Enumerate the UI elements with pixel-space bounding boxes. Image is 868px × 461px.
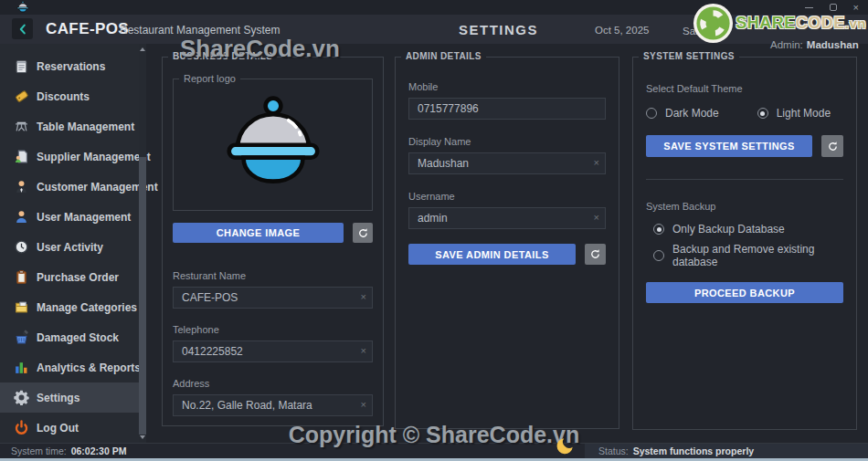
page-title: SETTINGS: [459, 22, 538, 37]
username-label: Username: [408, 191, 606, 202]
app-cloche-icon: [16, 1, 29, 16]
clear-input-icon[interactable]: ×: [594, 212, 599, 223]
watermark-top: ShareCode.vn: [180, 35, 340, 63]
sidebar-item-label: Reservations: [37, 60, 105, 73]
mobile-input[interactable]: [408, 98, 606, 120]
sidebar-scrollbar[interactable]: [139, 44, 146, 443]
change-image-button[interactable]: CHANGE IMAGE: [173, 223, 344, 243]
username-input[interactable]: [408, 207, 606, 229]
save-system-settings-button[interactable]: SAVE SYSTEM SETTINGS: [646, 135, 812, 157]
admin-details-title: ADMIN DETAILS: [401, 51, 486, 61]
report-logo-label: Report logo: [179, 73, 240, 84]
analytics-bars-icon: [14, 360, 29, 375]
sidebar-item-analytics-reports[interactable]: Analytics & Reports: [0, 352, 146, 382]
user-icon: [14, 209, 29, 225]
mobile-label: Mobile: [408, 81, 606, 92]
system-settings-panel: SYSTEM SETTINGS Select Default Theme Dar…: [632, 57, 857, 430]
clear-input-icon[interactable]: ×: [361, 291, 366, 302]
scroll-up-icon[interactable]: [140, 47, 145, 51]
clear-input-icon[interactable]: ×: [594, 157, 599, 168]
scrollbar-thumb[interactable]: [139, 157, 146, 435]
refresh-business-button[interactable]: [353, 223, 373, 243]
sidebar-item-label: User Management: [37, 211, 131, 224]
radio-dark-mode[interactable]: Dark Mode: [646, 107, 719, 120]
telephone-label: Telephone: [173, 324, 373, 335]
supplier-icon: [14, 149, 29, 164]
sidebar-item-reservations[interactable]: Reservations: [0, 51, 146, 81]
logo-code-text: CODE: [796, 14, 845, 32]
sidebar-item-label: Discounts: [37, 90, 90, 103]
radio-light-mode[interactable]: Light Mode: [757, 107, 831, 120]
address-input[interactable]: [173, 394, 373, 416]
clock-icon: [14, 239, 29, 255]
chevron-left-icon: [16, 23, 29, 36]
sidebar-item-label: Analytics & Reports: [37, 361, 141, 374]
display-name-label: Display Name: [408, 136, 606, 147]
sharecode-swirl-icon: [693, 3, 734, 44]
watermark-bottom: Copyright © ShareCode.vn: [0, 422, 868, 448]
section-divider: [646, 179, 843, 180]
sidebar-item-damaged-stock[interactable]: Damaged Stock: [0, 322, 146, 352]
refresh-icon: [357, 227, 369, 239]
address-label: Address: [173, 378, 373, 389]
system-settings-title: SYSTEM SETTINGS: [639, 51, 739, 61]
sidebar-item-manage-categories[interactable]: Manage Categories: [0, 292, 146, 322]
radio-only-backup-database[interactable]: Only Backup Database: [653, 223, 836, 236]
sidebar-item-table-management[interactable]: Table Management: [0, 111, 146, 141]
sidebar-item-label: Damaged Stock: [37, 331, 119, 344]
sidebar-item-supplier-management[interactable]: Supplier Management: [0, 141, 146, 172]
app-name: CAFE-POS: [46, 20, 129, 38]
business-details-panel: BUSSINESS DETAILS Report logo CHANGE IMA…: [162, 57, 384, 426]
sidebar-item-label: Table Management: [37, 120, 134, 133]
admin-details-panel: ADMIN DETAILS Mobile Display Name × User…: [395, 57, 619, 429]
radio-backup-and-remove[interactable]: Backup and Remove existing database: [653, 243, 836, 268]
categories-folder-icon: [14, 299, 29, 315]
refresh-admin-button[interactable]: [585, 244, 606, 265]
sidebar-item-discounts[interactable]: Discounts: [0, 81, 146, 111]
refresh-system-button[interactable]: [821, 135, 843, 157]
radio-circle-icon: [653, 224, 664, 235]
sidebar-item-customer-management[interactable]: Customer Management: [0, 172, 146, 202]
header-date: Oct 5, 2025: [595, 25, 649, 36]
radio-label: Light Mode: [777, 107, 831, 120]
back-button[interactable]: [12, 18, 33, 39]
table-icon: [14, 119, 29, 134]
sidebar-item-settings[interactable]: Settings: [0, 382, 146, 413]
save-admin-details-button[interactable]: SAVE ADMIN DETAILS: [408, 244, 576, 265]
reservations-icon: [14, 58, 29, 74]
restaurant-name-input[interactable]: [173, 287, 373, 309]
customer-icon: [14, 179, 29, 194]
clear-input-icon[interactable]: ×: [361, 345, 366, 356]
display-name-input[interactable]: [408, 152, 606, 174]
logo-share-text: SHARE: [736, 14, 796, 32]
moon-theme-icon[interactable]: [555, 435, 576, 459]
radio-label: Dark Mode: [665, 107, 719, 120]
radio-circle-icon: [646, 108, 657, 119]
refresh-icon: [589, 248, 601, 260]
sidebar-item-user-activity[interactable]: User Activity: [0, 232, 146, 262]
refresh-icon: [827, 141, 839, 152]
sidebar-item-label: User Activity: [37, 241, 103, 254]
settings-gear-icon: [14, 390, 29, 405]
discount-tag-icon: [14, 89, 29, 104]
sidebar-item-user-management[interactable]: User Management: [0, 202, 146, 232]
sidebar-nav: Reservations Discounts Table Management …: [0, 44, 146, 443]
sidebar-item-purchase-order[interactable]: Purchase Order: [0, 262, 146, 292]
radio-label: Backup and Remove existing database: [672, 243, 836, 268]
radio-circle-icon: [653, 250, 664, 261]
system-backup-label: System Backup: [646, 201, 843, 212]
sidebar-item-label: Manage Categories: [37, 301, 137, 314]
damaged-stock-icon: [14, 330, 29, 345]
sharecode-logo-watermark: SHARECODE.vn: [693, 3, 866, 44]
restaurant-name-label: Resturant Name: [173, 270, 373, 281]
clear-input-icon[interactable]: ×: [361, 399, 366, 410]
telephone-input[interactable]: [173, 341, 373, 362]
proceed-backup-button[interactable]: PROCEED BACKUP: [646, 282, 843, 303]
select-theme-label: Select Default Theme: [646, 83, 843, 94]
sidebar-item-label: Settings: [37, 392, 79, 404]
radio-label: Only Backup Database: [672, 223, 785, 236]
sidebar-item-label: Purchase Order: [37, 271, 119, 284]
report-logo-box: Report logo: [173, 79, 373, 211]
radio-circle-icon: [757, 108, 768, 119]
sidebar-item-label: Supplier Management: [37, 151, 151, 163]
